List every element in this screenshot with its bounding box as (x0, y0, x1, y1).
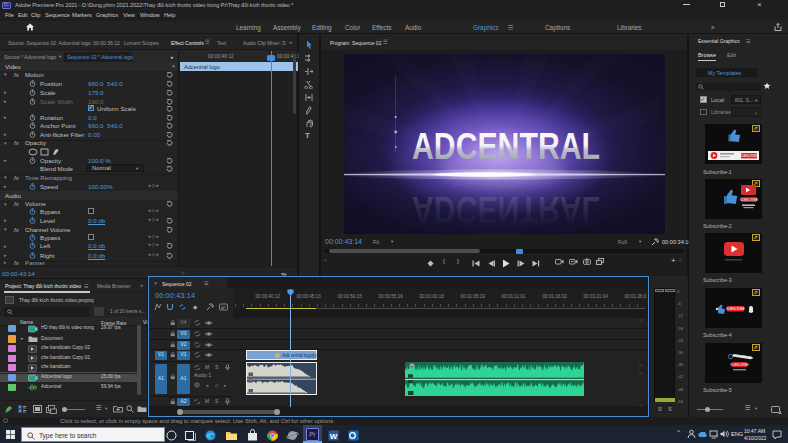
svg-text:SUBSCRIBE: SUBSCRIBE (739, 154, 759, 158)
svg-text:SUBSCRIBE: SUBSCRIBE (740, 198, 758, 202)
svg-text:W: W (330, 432, 338, 441)
svg-text:SUBSCRIBE: SUBSCRIBE (730, 363, 748, 367)
svg-text:SUBSCRIBE: SUBSCRIBE (726, 307, 746, 311)
